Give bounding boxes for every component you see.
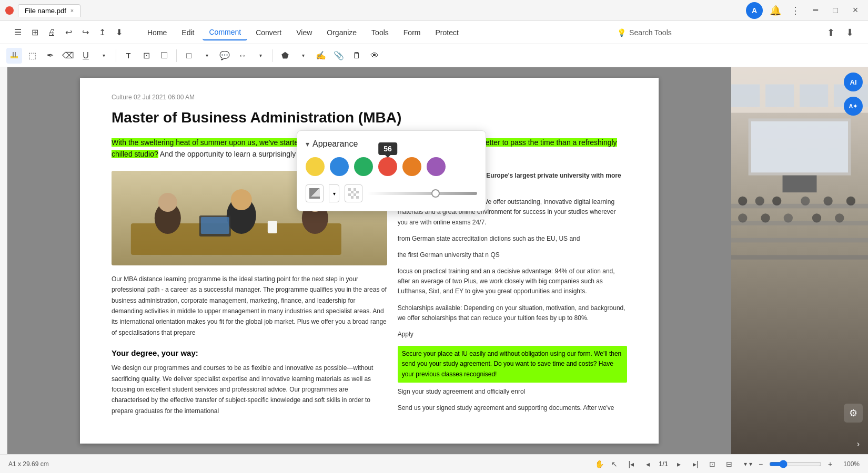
- zoom-in-btn[interactable]: +: [824, 458, 836, 470]
- right-item-5: focus on practical training and an a dec…: [398, 266, 627, 297]
- menu-convert[interactable]: Convert: [249, 25, 288, 40]
- right-item-send: Send us your signed study agreement and …: [398, 403, 627, 413]
- menu-organize[interactable]: Organize: [320, 25, 363, 40]
- first-page-btn[interactable]: |◂: [625, 458, 638, 470]
- fit-width-btn[interactable]: ⊟: [723, 458, 735, 470]
- rectangle-dropdown-btn[interactable]: ▾: [199, 48, 215, 64]
- ai-icon-1[interactable]: AI: [844, 73, 863, 91]
- notifications-icon[interactable]: 🔔: [768, 3, 783, 18]
- collapse-icon[interactable]: ⬇: [843, 25, 857, 40]
- measure-dropdown-btn[interactable]: ▾: [253, 48, 268, 64]
- text-btn[interactable]: T: [120, 48, 136, 64]
- close-btn[interactable]: ×: [848, 3, 863, 18]
- download-icon[interactable]: ⬇: [112, 25, 126, 40]
- swatch-green[interactable]: [354, 157, 373, 176]
- menu-home[interactable]: Home: [141, 25, 173, 40]
- crop-btn[interactable]: ⊡: [138, 48, 154, 64]
- opacity-slider-thumb[interactable]: [431, 189, 440, 198]
- left-sidebar: [0, 67, 7, 454]
- sidebar-toggle-icon[interactable]: ☰: [11, 25, 25, 40]
- eraser-btn[interactable]: ⌫: [60, 48, 76, 64]
- eye-btn[interactable]: 👁: [367, 48, 382, 64]
- document-tab[interactable]: File name.pdf ×: [18, 4, 80, 17]
- svg-rect-18: [348, 191, 351, 193]
- scroll-right-icon[interactable]: ›: [857, 439, 860, 449]
- print-icon[interactable]: 🖨: [44, 25, 59, 40]
- chevron-icon[interactable]: ▾: [306, 140, 309, 148]
- fit-page-btn[interactable]: ⊡: [706, 458, 719, 470]
- maximize-btn[interactable]: □: [828, 3, 843, 18]
- zoom-out-btn[interactable]: −: [754, 458, 767, 470]
- search-tools-area[interactable]: 💡 Search Tools: [617, 28, 672, 37]
- search-tools-label: Search Tools: [629, 28, 672, 37]
- underline-dropdown-btn[interactable]: ▾: [96, 48, 112, 64]
- svg-point-51: [784, 213, 793, 222]
- svg-rect-16: [354, 188, 356, 191]
- svg-rect-15: [351, 188, 354, 191]
- menu-protect[interactable]: Protect: [429, 25, 465, 40]
- menu-comment[interactable]: Comment: [203, 25, 247, 40]
- pattern-icon[interactable]: [345, 184, 362, 202]
- appearance-popup: ▾ Appearance 56: [297, 130, 486, 211]
- minimize-btn[interactable]: −: [808, 3, 823, 18]
- svg-point-50: [761, 213, 770, 222]
- search-icon: 💡: [617, 28, 626, 37]
- ai-icon-2[interactable]: A✦: [844, 97, 863, 116]
- prev-page-btn[interactable]: ◂: [642, 458, 654, 470]
- svg-point-44: [755, 197, 764, 205]
- sign-text: Sign your study agreement and officially…: [398, 388, 526, 395]
- right-item-4-text: the first German university that n QS: [398, 251, 500, 259]
- svg-rect-26: [348, 196, 351, 199]
- underline-btn[interactable]: U: [78, 48, 94, 64]
- zoom-dropdown[interactable]: ▾ ▾: [744, 460, 752, 468]
- pointer-tool-btn[interactable]: ↖: [608, 458, 621, 470]
- menu-form[interactable]: Form: [397, 25, 427, 40]
- apply-highlight: Secure your place at IU easily and witho…: [402, 350, 622, 377]
- fill-color-btn[interactable]: [306, 184, 324, 202]
- toolbar-sep-3: [272, 49, 273, 62]
- tab-close-btn[interactable]: ×: [70, 7, 74, 14]
- swatch-yellow[interactable]: [306, 157, 325, 176]
- svg-rect-0: [11, 56, 18, 58]
- svg-point-52: [812, 213, 821, 222]
- attach-btn[interactable]: 📎: [331, 48, 347, 64]
- swatch-red[interactable]: 56: [378, 157, 397, 176]
- select-area-btn[interactable]: ⬚: [24, 48, 40, 64]
- menu-view[interactable]: View: [290, 25, 318, 40]
- zoom-controls: ▾ ▾ − + 100%: [744, 458, 860, 470]
- redo-icon[interactable]: ↪: [78, 25, 93, 40]
- main-area: Culture 02 Jul 2021 06:00 AM Master of B…: [0, 67, 868, 454]
- total-pages: 1: [664, 460, 668, 468]
- signature-btn[interactable]: ✍: [313, 48, 329, 64]
- undo-icon[interactable]: ↩: [61, 25, 76, 40]
- opacity-slider-track[interactable]: [368, 192, 477, 195]
- user-avatar[interactable]: A: [746, 2, 763, 19]
- fill-dropdown-btn[interactable]: ▾: [329, 184, 339, 202]
- next-page-btn[interactable]: ▸: [672, 458, 685, 470]
- send-text: Send us your signed study agreement and …: [398, 404, 614, 412]
- more-options-icon[interactable]: ⋮: [788, 3, 803, 18]
- zoom-slider[interactable]: [769, 460, 822, 468]
- swatch-orange[interactable]: [402, 157, 421, 176]
- highlight-tool-btn[interactable]: [6, 48, 22, 64]
- upload-icon[interactable]: ⬆: [824, 25, 839, 40]
- last-page-btn[interactable]: ▸|: [689, 458, 702, 470]
- menu-edit[interactable]: Edit: [175, 25, 200, 40]
- stamp-btn[interactable]: ⬟: [277, 48, 293, 64]
- textbox-btn[interactable]: ☐: [156, 48, 172, 64]
- cursor-tool-btn[interactable]: ✋: [593, 458, 606, 470]
- pencil-btn[interactable]: ✒: [42, 48, 58, 64]
- swatch-purple[interactable]: [427, 157, 446, 176]
- sticker-btn[interactable]: 🗒: [349, 48, 365, 64]
- settings-icon-panel[interactable]: ⚙: [844, 404, 863, 423]
- share-icon[interactable]: ↥: [95, 25, 109, 40]
- measure-btn[interactable]: ↔: [235, 48, 250, 64]
- rectangle-btn[interactable]: □: [181, 48, 197, 64]
- swatch-blue[interactable]: [330, 157, 349, 176]
- callout-btn[interactable]: 💬: [217, 48, 233, 64]
- menu-tools[interactable]: Tools: [365, 25, 395, 40]
- stamp-dropdown-btn[interactable]: ▾: [295, 48, 311, 64]
- thumbnail-icon[interactable]: ⊞: [27, 25, 42, 40]
- svg-rect-20: [354, 191, 356, 193]
- appearance-header: ▾ Appearance: [306, 139, 477, 149]
